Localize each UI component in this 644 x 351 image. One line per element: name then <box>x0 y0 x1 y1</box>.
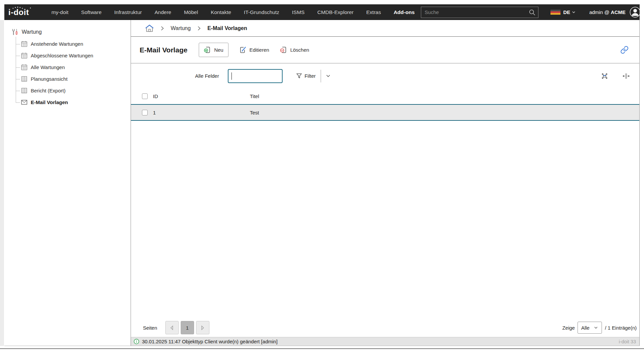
column-header-titel[interactable]: Titel <box>250 93 639 99</box>
page-bottom-line <box>0 348 644 349</box>
chevron-right-icon <box>160 26 165 31</box>
filter-input-wrap <box>228 69 283 83</box>
entries-count-label: / 1 Einträge(n) <box>605 325 637 331</box>
filter-input[interactable] <box>228 69 283 83</box>
report-icon <box>21 75 28 82</box>
calendar-icon <box>21 64 28 71</box>
language-selector[interactable]: DE <box>563 9 570 15</box>
sidebar-item-bericht-export[interactable]: Bericht (Export) <box>16 85 131 96</box>
breadcrumb: Wartung E-Mail Vorlagen <box>131 20 639 37</box>
filter-divider <box>321 70 321 82</box>
sidebar-item-anstehende-wartungen[interactable]: Anstehende Wartungen <box>16 38 131 50</box>
sidebar-item-label: Bericht (Export) <box>31 88 65 93</box>
language-chevron-down-icon[interactable] <box>572 10 576 14</box>
breadcrumb-email-vorlagen: E-Mail Vorlagen <box>207 25 247 31</box>
app-version-label: i-doit 33 <box>619 339 636 344</box>
top-navigation-bar: i-doit my-doit Software Infrastruktur An… <box>4 4 640 20</box>
top-menu-item-andere[interactable]: Andere <box>148 9 178 15</box>
sidebar-root-label: Wartung <box>22 29 42 35</box>
page-title: E-Mail Vorlage <box>140 46 187 54</box>
top-menu-item-isms[interactable]: ISMS <box>286 9 311 15</box>
sidebar-item-abgeschlossene-wartungen[interactable]: Abgeschlossene Wartungen <box>16 50 131 61</box>
top-menu-item-moebel[interactable]: Möbel <box>178 9 204 15</box>
i-doit-logo[interactable]: i-doit <box>8 6 37 19</box>
page-size-value: Alle <box>581 325 590 331</box>
status-message: 30.01.2025 11:47 Objekttyp Client wurde(… <box>142 339 278 344</box>
text-caret <box>231 72 232 80</box>
next-page-button[interactable] <box>196 321 209 334</box>
row-checkbox[interactable] <box>142 110 148 115</box>
calendar-icon <box>21 52 28 59</box>
show-label: Zeige <box>562 325 575 331</box>
pages-label: Seiten <box>143 325 157 331</box>
top-menu-item-infrastruktur[interactable]: Infrastruktur <box>108 9 148 15</box>
logged-in-user[interactable]: admin @ ACME <box>589 9 626 15</box>
select-chevron-down-icon <box>594 325 598 330</box>
edit-button[interactable]: Editieren <box>239 43 269 57</box>
filter-button[interactable]: Filter <box>296 73 316 79</box>
chevron-right-icon <box>197 26 201 31</box>
filter-button-label: Filter <box>305 73 316 79</box>
info-icon <box>134 339 139 344</box>
filter-chevron-down-icon[interactable] <box>325 73 331 79</box>
table-row[interactable]: 1 Test <box>131 104 639 121</box>
status-bar: 30.01.2025 11:47 Objekttyp Client wurde(… <box>131 337 639 346</box>
i-doit-logo-icon: i-doit <box>8 6 37 18</box>
home-icon[interactable] <box>145 24 154 33</box>
sidebar-item-email-vorlagen[interactable]: E-Mail Vorlagen <box>16 96 131 108</box>
maximize-view-icon[interactable] <box>601 72 609 80</box>
previous-page-button[interactable] <box>165 321 179 334</box>
page-size-area: Zeige Alle / 1 Einträge(n) <box>562 322 637 334</box>
new-button[interactable]: Neu <box>199 43 228 57</box>
top-menu: my-doit Software Infrastruktur Andere Mö… <box>45 4 421 20</box>
report-icon <box>21 87 28 94</box>
german-flag-icon <box>550 10 560 15</box>
tenant-name: ACME <box>611 9 626 15</box>
sidebar-item-alle-wartungen[interactable]: Alle Wartungen <box>16 61 131 73</box>
top-menu-item-kontakte[interactable]: Kontakte <box>204 9 237 15</box>
top-menu-item-software[interactable]: Software <box>75 9 108 15</box>
sidebar-item-label: Alle Wartungen <box>31 64 65 70</box>
top-menu-item-it-grundschutz[interactable]: IT-Grundschutz <box>237 9 286 15</box>
content-toolbar: E-Mail Vorlage Neu <box>131 37 639 63</box>
page-size-select[interactable]: Alle <box>578 322 602 334</box>
sidebar-item-wartung-root[interactable]: Wartung <box>11 27 131 37</box>
table-header: ID Titel <box>131 88 639 104</box>
breadcrumb-wartung[interactable]: Wartung <box>171 25 191 31</box>
top-menu-item-my-doit[interactable]: my-doit <box>45 9 75 15</box>
top-menu-item-cmdb-explorer[interactable]: CMDB-Explorer <box>311 9 360 15</box>
sidebar-item-label: E-Mail Vorlagen <box>31 99 68 105</box>
calendar-icon <box>21 40 28 47</box>
app-window: i-doit my-doit Software Infrastruktur An… <box>0 0 644 351</box>
sidebar-navigation: Wartung <box>4 20 131 346</box>
delete-button[interactable]: Löschen <box>280 43 309 57</box>
user-name: admin @ <box>589 9 609 15</box>
column-resize-icon[interactable] <box>622 72 630 80</box>
sidebar-item-planungsansicht[interactable]: Planungsansicht <box>16 73 131 85</box>
select-all-checkbox[interactable] <box>142 93 148 99</box>
view-options <box>601 72 630 80</box>
filter-scope-label: Alle Felder <box>195 73 219 79</box>
row-titel-cell: Test <box>250 110 639 115</box>
svg-text:i-doit: i-doit <box>8 8 29 17</box>
delete-button-label: Löschen <box>290 47 309 53</box>
user-avatar-icon[interactable] <box>630 7 641 18</box>
left-gutter <box>0 20 4 346</box>
sidebar-item-label: Anstehende Wartungen <box>31 41 83 47</box>
edit-button-label: Editieren <box>250 47 269 53</box>
top-menu-item-add-ons[interactable]: Add-ons <box>387 9 421 15</box>
pagination-bar: Seiten 1 Zeige Alle / 1 Einträge(n) <box>131 318 639 337</box>
top-menu-item-extras[interactable]: Extras <box>360 9 387 15</box>
row-id-cell: 1 <box>153 110 250 115</box>
mail-icon <box>21 99 28 106</box>
funnel-icon <box>296 73 302 79</box>
sidebar-tree: Anstehende Wartungen <box>16 38 131 108</box>
permalink-icon[interactable] <box>620 46 629 54</box>
search-input[interactable] <box>421 7 538 18</box>
search-icon[interactable] <box>528 9 536 17</box>
document-pencil-icon <box>239 46 247 54</box>
content-empty-area <box>131 121 639 318</box>
document-plus-icon <box>204 46 211 54</box>
page-number-button[interactable]: 1 <box>181 321 194 334</box>
column-header-id[interactable]: ID <box>153 93 250 99</box>
